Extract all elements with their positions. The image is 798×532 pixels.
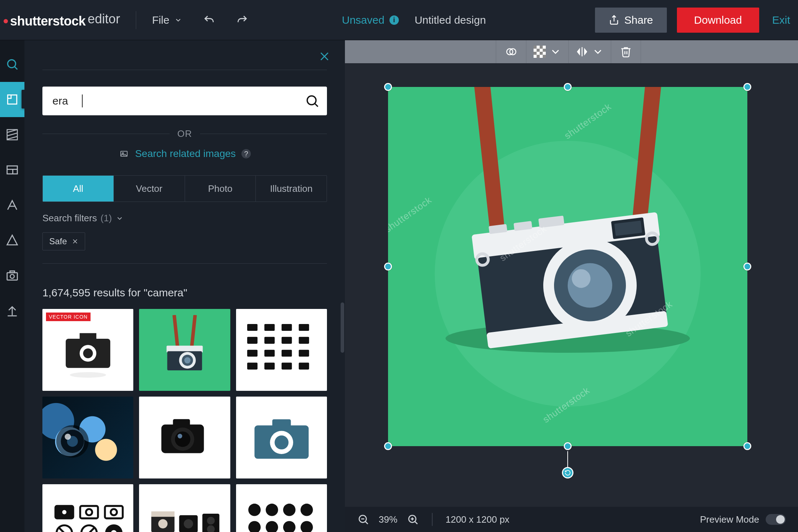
tab-photo[interactable]: Photo [185, 176, 256, 202]
canvas-stage: shutterstock shutterstock shutterstock s… [345, 40, 798, 532]
camera-line-icons-icon [49, 498, 126, 532]
filter-chips: Safe [42, 232, 327, 250]
resize-handle-bottom[interactable] [564, 442, 572, 450]
delete-tool[interactable] [611, 40, 641, 63]
brand-product: editor [88, 11, 120, 27]
svg-point-69 [86, 509, 92, 515]
undo-icon[interactable] [203, 14, 215, 26]
result-thumb[interactable] [139, 484, 230, 532]
transparency-tool[interactable] [526, 40, 568, 63]
save-status[interactable]: Unsaved i [342, 14, 398, 26]
share-button[interactable]: Share [595, 8, 667, 33]
remove-icon[interactable] [72, 238, 78, 245]
help-icon[interactable]: ? [241, 149, 251, 158]
image-icon [119, 149, 129, 158]
resize-handle-right[interactable] [743, 263, 751, 270]
canvas[interactable]: shutterstock shutterstock shutterstock s… [388, 87, 747, 446]
search-input[interactable] [42, 87, 327, 115]
opacity-icon [505, 46, 517, 58]
svg-rect-12 [7, 273, 18, 280]
chevron-down-icon [174, 16, 182, 24]
vector-badge: VECTOR ICON [46, 313, 91, 321]
svg-point-80 [158, 519, 168, 528]
flip-icon [576, 46, 588, 58]
search-related-label: Search related images [135, 148, 236, 159]
resize-handle-tr[interactable] [743, 83, 751, 91]
rail-shapes[interactable] [0, 223, 24, 258]
download-button[interactable]: Download [677, 8, 759, 33]
svg-rect-79 [151, 511, 175, 517]
divider [42, 263, 327, 264]
search-submit-icon[interactable] [305, 93, 320, 108]
rail-text[interactable] [0, 188, 24, 223]
rotation-handle[interactable] [562, 467, 573, 478]
svg-rect-48 [299, 350, 309, 357]
tab-all[interactable]: All [43, 176, 114, 202]
svg-point-92 [283, 521, 295, 532]
panel-scrollbar[interactable] [341, 302, 344, 353]
exit-link[interactable]: Exit [772, 14, 790, 26]
rail-layouts[interactable] [0, 152, 24, 188]
resize-handle-tl[interactable] [384, 83, 392, 91]
svg-rect-40 [299, 324, 309, 331]
search-filters-toggle[interactable]: Search filters (1) [42, 213, 327, 224]
rail-my-images[interactable] [0, 258, 24, 293]
svg-rect-107 [536, 55, 540, 58]
svg-rect-101 [534, 46, 537, 49]
selected-image[interactable]: shutterstock shutterstock shutterstock s… [388, 87, 747, 446]
retro-cameras-icon [146, 498, 223, 532]
chip-safe[interactable]: Safe [42, 232, 85, 250]
redo-icon[interactable] [236, 14, 248, 26]
svg-line-20 [315, 104, 318, 107]
svg-rect-39 [281, 324, 292, 331]
result-thumb[interactable] [236, 309, 327, 391]
close-icon[interactable] [318, 50, 331, 63]
svg-rect-49 [247, 363, 258, 370]
context-toolbar [345, 40, 798, 63]
zoom-in-icon[interactable] [407, 513, 419, 526]
search-related-link[interactable]: Search related images ? [42, 148, 327, 159]
resize-handle-br[interactable] [743, 442, 751, 450]
svg-point-65 [275, 436, 289, 450]
result-thumb[interactable] [42, 397, 133, 478]
pattern-icon [5, 128, 19, 142]
resize-handle-left[interactable] [384, 263, 392, 270]
svg-line-73 [59, 527, 70, 532]
svg-rect-41 [247, 337, 258, 344]
svg-rect-106 [540, 52, 543, 55]
resize-handle-top[interactable] [564, 83, 572, 91]
save-status-label: Unsaved [342, 14, 384, 26]
rail-preset-sizes[interactable] [0, 82, 24, 117]
brand-mark: shutterstock [4, 14, 86, 29]
tab-illustration[interactable]: Illustration [256, 176, 327, 202]
result-thumb[interactable] [139, 309, 230, 391]
rail-backgrounds[interactable] [0, 117, 24, 152]
rotate-icon [564, 469, 571, 476]
preview-mode-toggle[interactable] [766, 514, 786, 525]
flip-tool[interactable] [568, 40, 611, 63]
opacity-tool[interactable] [496, 40, 526, 63]
zoom-percent[interactable]: 39% [379, 514, 397, 525]
resize-handle-bl[interactable] [384, 442, 392, 450]
result-thumb[interactable] [236, 397, 327, 478]
result-thumb[interactable] [42, 484, 133, 532]
result-thumb[interactable]: VECTOR ICON [42, 309, 133, 391]
divider [42, 70, 327, 70]
svg-rect-43 [281, 337, 292, 344]
file-menu[interactable]: File [152, 14, 182, 26]
result-thumb[interactable] [139, 397, 230, 478]
results-heading: 1,674,595 results for "camera" [42, 287, 327, 299]
zoom-out-icon[interactable] [357, 513, 369, 526]
camera-illustration-icon [150, 315, 220, 385]
divider [200, 134, 327, 134]
svg-point-71 [111, 509, 117, 515]
document-title[interactable]: Untitled design [415, 14, 486, 26]
result-thumb[interactable] [236, 484, 327, 532]
svg-point-28 [83, 348, 93, 358]
tab-vector[interactable]: Vector [114, 176, 185, 202]
rail-search[interactable] [0, 47, 24, 82]
svg-line-31 [192, 315, 195, 348]
camera-icons-grid-icon [243, 320, 320, 380]
search-panel: OR Search related images ? All Vector Ph… [24, 40, 345, 532]
rail-upload[interactable] [0, 293, 24, 328]
